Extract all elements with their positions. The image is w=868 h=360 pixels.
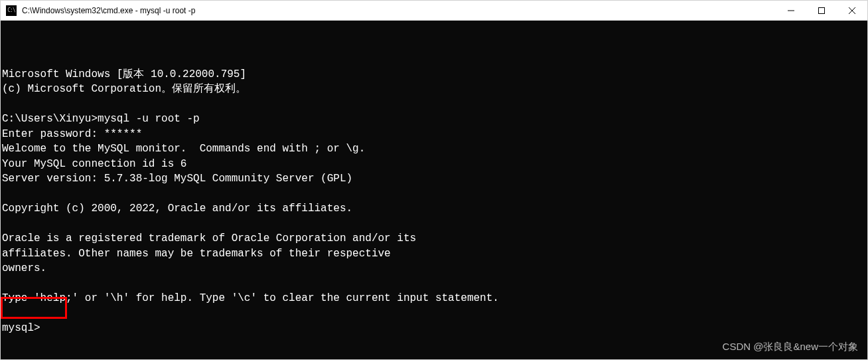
terminal-line: Welcome to the MySQL monitor. Commands e…	[2, 141, 866, 157]
terminal-line: Microsoft Windows [版本 10.0.22000.795]	[2, 67, 866, 82]
terminal-line	[2, 187, 866, 202]
terminal-line: Your MySQL connection id is 6	[2, 157, 866, 172]
terminal-output[interactable]: Microsoft Windows [版本 10.0.22000.795](c)…	[1, 21, 867, 359]
terminal-line: Copyright (c) 2000, 2022, Oracle and/or …	[2, 201, 866, 217]
window-title: C:\Windows\system32\cmd.exe - mysql -u r…	[22, 6, 195, 15]
svg-rect-0	[819, 7, 825, 13]
terminal-line: C:\Users\Xinyu>mysql -u root -p	[2, 112, 866, 127]
maximize-icon	[818, 7, 825, 14]
terminal-line: affiliates. Other names may be trademark…	[2, 246, 866, 262]
close-icon	[849, 7, 855, 14]
terminal-line	[2, 276, 866, 292]
minimize-button[interactable]	[776, 1, 806, 20]
terminal-line	[2, 306, 866, 321]
titlebar[interactable]: C:\ C:\Windows\system32\cmd.exe - mysql …	[1, 1, 867, 21]
cmd-icon: C:\	[6, 5, 17, 16]
window-controls	[776, 1, 867, 20]
terminal-line: owners.	[2, 261, 866, 276]
terminal-line	[2, 97, 866, 112]
terminal-line: Type 'help;' or '\h' for help. Type '\c'…	[2, 291, 866, 306]
terminal-line: Enter password: ******	[2, 127, 866, 142]
terminal-line: Server version: 5.7.38-log MySQL Communi…	[2, 171, 866, 187]
maximize-button[interactable]	[806, 1, 837, 20]
terminal-line: Oracle is a registered trademark of Orac…	[2, 231, 866, 246]
terminal-line: (c) Microsoft Corporation。保留所有权利。	[2, 82, 866, 97]
app-window: C:\ C:\Windows\system32\cmd.exe - mysql …	[0, 0, 868, 360]
close-button[interactable]	[837, 1, 867, 20]
terminal-line: mysql>	[2, 321, 866, 336]
minimize-icon	[788, 7, 794, 14]
watermark-text: CSDN @张良良&new一个对象	[723, 339, 858, 355]
terminal-line	[2, 217, 866, 232]
